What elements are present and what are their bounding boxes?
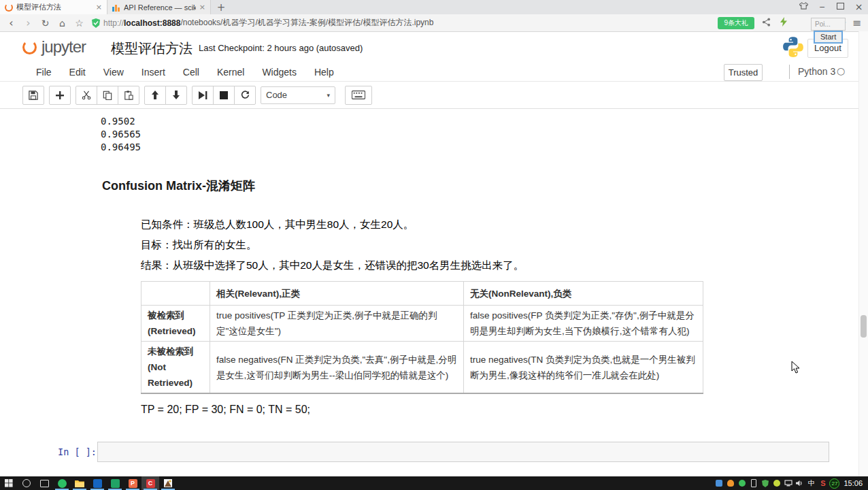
start-menu-icon[interactable] (0, 476, 18, 490)
command-palette-button[interactable] (345, 86, 372, 105)
menu-insert[interactable]: Insert (133, 67, 174, 78)
copy-cell-button[interactable] (97, 86, 118, 105)
cell-true-negatives: true negatives(TN 负类判定为负类,也就是一个男生被判断为男生,… (464, 342, 703, 394)
promo-badge[interactable]: 9条大礼 (718, 17, 754, 29)
output-line: 0.96565 (101, 128, 141, 141)
menu-kernel[interactable]: Kernel (208, 67, 253, 78)
restart-kernel-button[interactable] (234, 86, 256, 105)
tab-notebook[interactable]: 模型评估方法 × (0, 0, 107, 14)
cell-type-value: Code (266, 90, 287, 100)
move-cell-up-button[interactable] (144, 86, 166, 105)
tray-icon-fox[interactable] (724, 476, 736, 490)
row-label-retrieved: 被检索到 (Retrieved) (141, 306, 210, 342)
table-header-row: 相关(Relevant),正类 无关(NonRelevant),负类 (141, 282, 703, 306)
minimize-icon[interactable]: ─ (813, 0, 831, 14)
jupyter-logo[interactable]: jupyter (22, 37, 86, 56)
url-path: /notebooks/机器学习/机器学习算法-案例/模型评估/模型评估方法.ip… (180, 17, 433, 29)
taskbar-app-green[interactable] (106, 476, 124, 490)
tray-badge-count[interactable]: 27 (829, 476, 840, 490)
cell-false-positives: false positives(FP 负类判定为正类,"存伪",例子中就是分明是… (464, 306, 703, 342)
cell-output-area: 0.9502 0.96565 0.96495 (101, 115, 141, 154)
url-host: localhost:8888 (124, 18, 180, 28)
tray-icon-network[interactable] (782, 476, 794, 490)
taskbar-app-file-explorer[interactable] (71, 476, 88, 490)
empty-code-cell[interactable] (97, 442, 829, 462)
cell-true-positives: true positives(TP 正类判定为正类,例子中就是正确的判定"这位是… (210, 306, 464, 342)
bookmark-star-icon[interactable]: ☆ (71, 18, 88, 29)
jupyter-logo-icon (22, 40, 37, 54)
kernel-name: Python 3 (798, 66, 835, 77)
menu-view[interactable]: View (95, 67, 133, 78)
scrollbar-thumb[interactable] (861, 315, 867, 338)
menu-file[interactable]: File (27, 67, 61, 78)
new-tab-button[interactable]: + (211, 0, 231, 14)
menu-help[interactable]: Help (305, 67, 343, 78)
tray-icon-blue[interactable] (713, 476, 724, 490)
table-header-nonrelevant: 无关(NonRelevant),负类 (464, 282, 703, 306)
windows-taskbar: P C 中 S 27 15:06 (0, 476, 868, 490)
jupyter-favicon (5, 3, 13, 12)
security-shield-icon (92, 18, 100, 28)
lightning-icon[interactable] (775, 17, 792, 29)
theme-shirt-icon[interactable] (795, 0, 813, 14)
back-icon[interactable]: ‹ (3, 16, 20, 29)
menu-cell[interactable]: Cell (174, 67, 208, 78)
confusion-values-line: TP = 20; FP = 30; FN = 0; TN = 50; (141, 404, 310, 416)
confusion-matrix-table: 相关(Relevant),正类 无关(NonRelevant),负类 被检索到 … (141, 281, 703, 394)
taskbar-app-orange-p[interactable]: P (124, 476, 141, 490)
tray-sogou-icon[interactable]: S (817, 476, 829, 490)
tray-ime-indicator[interactable]: 中 (805, 476, 817, 490)
screen: 模型评估方法 × API Reference — scikit-learn × … (0, 0, 868, 490)
notebook-title[interactable]: 模型评估方法 (111, 39, 193, 58)
recorder-start-button[interactable]: Start (814, 31, 843, 44)
taskbar-app-messenger[interactable] (53, 476, 71, 490)
kernel-idle-icon: ○ (837, 65, 845, 76)
refresh-icon[interactable]: ↻ (37, 18, 54, 29)
share-icon[interactable] (758, 18, 775, 29)
interrupt-kernel-button[interactable] (213, 86, 235, 105)
tray-icon-shield[interactable] (759, 476, 771, 490)
browser-tab-bar: 模型评估方法 × API Reference — scikit-learn × … (0, 0, 868, 14)
browser-nav-bar: ‹ › ↻ ⌂ ☆ http://localhost:8888/notebook… (0, 14, 868, 32)
taskbar-app-recorder-active[interactable]: C (141, 476, 159, 490)
tray-icon-volume[interactable] (794, 476, 805, 490)
home-icon[interactable]: ⌂ (54, 18, 71, 29)
table-row: 未被检索到 (Not Retrieved) false negatives(FN… (141, 342, 703, 394)
forward-icon[interactable]: › (20, 16, 37, 29)
tray-clock[interactable]: 15:06 (844, 479, 863, 487)
taskbar-app-blue[interactable] (88, 476, 106, 490)
cortana-search-icon[interactable] (18, 476, 35, 490)
cut-cell-button[interactable] (76, 86, 97, 105)
menu-widgets[interactable]: Widgets (253, 67, 305, 78)
address-bar[interactable]: http://localhost:8888/notebooks/机器学习/机器学… (92, 17, 714, 29)
menu-edit[interactable]: Edit (61, 67, 95, 78)
section-heading: Confusion Matrix-混淆矩阵 (102, 178, 255, 194)
input-prompt: In [ ]: (58, 446, 97, 457)
add-cell-button[interactable] (49, 86, 71, 105)
maximize-icon[interactable] (831, 0, 850, 14)
run-cell-button[interactable] (192, 86, 214, 105)
paragraph-line: 目标：找出所有的女生。 (141, 235, 524, 255)
paragraph-line: 已知条件：班级总人数100人，其中男生80人，女生20人。 (141, 214, 524, 235)
jupyter-logo-text: jupyter (41, 37, 86, 56)
save-button[interactable] (22, 86, 44, 105)
mouse-cursor (791, 361, 800, 376)
close-icon[interactable]: × (850, 0, 868, 14)
tab-close-icon[interactable]: × (199, 3, 205, 12)
hamburger-menu-icon[interactable]: ≡ (848, 16, 865, 29)
tray-icon-device[interactable] (748, 476, 759, 490)
tray-icon-green-circle[interactable] (736, 476, 748, 490)
window-controls: ─ × (795, 0, 868, 14)
paste-cell-button[interactable] (118, 86, 139, 105)
task-view-icon[interactable] (35, 476, 53, 490)
scrollbar-track[interactable] (858, 31, 868, 476)
tray-icon-yellow-dot[interactable] (771, 476, 782, 490)
notebook-toolbar: Code ▾ (0, 82, 868, 109)
trusted-button[interactable]: Trusted (724, 64, 763, 81)
tab-scikit[interactable]: API Reference — scikit-learn × (107, 0, 211, 14)
tab-close-icon[interactable]: × (96, 3, 102, 12)
chevron-down-icon: ▾ (327, 92, 330, 99)
cell-type-dropdown[interactable]: Code ▾ (261, 86, 335, 104)
taskbar-app-paint[interactable] (159, 476, 177, 490)
move-cell-down-button[interactable] (165, 86, 187, 105)
